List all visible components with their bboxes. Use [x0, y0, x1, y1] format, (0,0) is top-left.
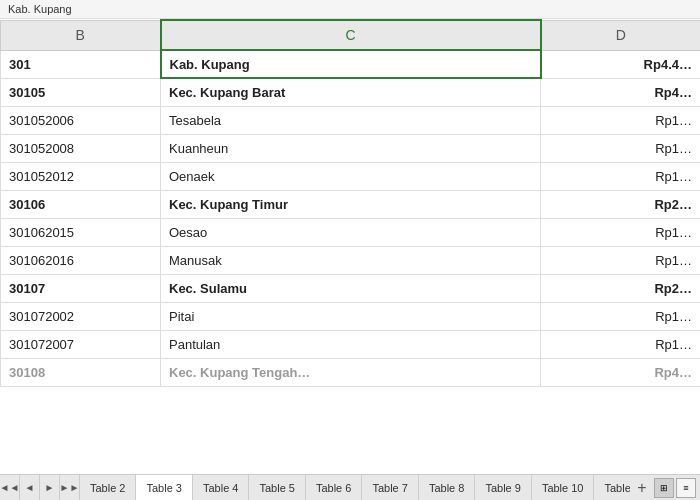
- cell-d-6[interactable]: Rp1…: [541, 218, 701, 246]
- tab-tab6[interactable]: Table 6: [306, 475, 362, 500]
- col-header-b[interactable]: B: [1, 20, 161, 50]
- col-header-c[interactable]: C: [161, 20, 541, 50]
- cell-b-6[interactable]: 301062015: [1, 218, 161, 246]
- table-row: 301Kab. KupangRp4.4…: [1, 50, 701, 78]
- table-row: 301052008KuanheunRp1…: [1, 134, 701, 162]
- cell-d-2[interactable]: Rp1…: [541, 106, 701, 134]
- cell-b-10[interactable]: 301072007: [1, 330, 161, 358]
- cell-c-10[interactable]: Pantulan: [161, 330, 541, 358]
- cell-c-3[interactable]: Kuanheun: [161, 134, 541, 162]
- cell-d-5[interactable]: Rp2…: [541, 190, 701, 218]
- tab-tab9[interactable]: Table 9: [475, 475, 531, 500]
- tab-nav-first[interactable]: ◄◄: [0, 475, 20, 501]
- table-row: 301052012OenaekRp1…: [1, 162, 701, 190]
- cell-b-7[interactable]: 301062016: [1, 246, 161, 274]
- cell-c-4[interactable]: Oenaek: [161, 162, 541, 190]
- table-row: 301072002PitaiRp1…: [1, 302, 701, 330]
- table-row: 30105Kec. Kupang BaratRp4…: [1, 78, 701, 106]
- cell-d-8[interactable]: Rp2…: [541, 274, 701, 302]
- table-row: 30106Kec. Kupang TimurRp2…: [1, 190, 701, 218]
- tab-tab2[interactable]: Table 2: [80, 475, 136, 500]
- tab-tab8[interactable]: Table 8: [419, 475, 475, 500]
- table-row: 301062016ManusakRp1…: [1, 246, 701, 274]
- cell-c-8[interactable]: Kec. Sulamu: [161, 274, 541, 302]
- cell-d-4[interactable]: Rp1…: [541, 162, 701, 190]
- cell-b-2[interactable]: 301052006: [1, 106, 161, 134]
- table-row: 30107Kec. SulamuRp2…: [1, 274, 701, 302]
- tab-tab10[interactable]: Table 10: [532, 475, 595, 500]
- tab-bar: ◄◄ ◄ ► ►► Table 2Table 3Table 4Table 5Ta…: [0, 474, 700, 500]
- cell-b-5[interactable]: 30106: [1, 190, 161, 218]
- cell-d-0[interactable]: Rp4.4…: [541, 50, 701, 78]
- cell-c-1[interactable]: Kec. Kupang Barat: [161, 78, 541, 106]
- cell-d-1[interactable]: Rp4…: [541, 78, 701, 106]
- cell-c-9[interactable]: Pitai: [161, 302, 541, 330]
- view-buttons: ⊞ ≡: [654, 478, 696, 498]
- tab-tab3[interactable]: Table 3: [136, 475, 192, 500]
- spreadsheet-table: B C D 301Kab. KupangRp4.4…30105Kec. Kupa…: [0, 19, 700, 387]
- cell-c-7[interactable]: Manusak: [161, 246, 541, 274]
- cell-d-11[interactable]: Rp4…: [541, 358, 701, 386]
- cell-b-8[interactable]: 30107: [1, 274, 161, 302]
- cell-b-9[interactable]: 301072002: [1, 302, 161, 330]
- tab-tab4[interactable]: Table 4: [193, 475, 249, 500]
- cell-c-0[interactable]: Kab. Kupang: [161, 50, 541, 78]
- tab-list: Table 2Table 3Table 4Table 5Table 6Table…: [80, 475, 630, 500]
- cell-d-9[interactable]: Rp1…: [541, 302, 701, 330]
- cell-c-5[interactable]: Kec. Kupang Timur: [161, 190, 541, 218]
- cell-d-10[interactable]: Rp1…: [541, 330, 701, 358]
- table-row: 301072007PantulanRp1…: [1, 330, 701, 358]
- spreadsheet-container: B C D 301Kab. KupangRp4.4…30105Kec. Kupa…: [0, 19, 700, 474]
- tab-nav-last[interactable]: ►►: [60, 475, 80, 501]
- cell-b-3[interactable]: 301052008: [1, 134, 161, 162]
- tab-nav-right[interactable]: ►: [40, 475, 60, 501]
- title-text: Kab. Kupang: [8, 3, 72, 15]
- list-view-button[interactable]: ≡: [676, 478, 696, 498]
- table-row: 30108Kec. Kupang Tengah…Rp4…: [1, 358, 701, 386]
- cell-c-11[interactable]: Kec. Kupang Tengah…: [161, 358, 541, 386]
- cell-d-3[interactable]: Rp1…: [541, 134, 701, 162]
- cell-c-6[interactable]: Oesao: [161, 218, 541, 246]
- table-row: 301052006TesabelaRp1…: [1, 106, 701, 134]
- cell-c-2[interactable]: Tesabela: [161, 106, 541, 134]
- tab-tab11[interactable]: Table 11: [594, 475, 630, 500]
- column-header-row: B C D: [1, 20, 701, 50]
- tab-nav-left[interactable]: ◄: [20, 475, 40, 501]
- tab-tab7[interactable]: Table 7: [362, 475, 418, 500]
- tab-tab5[interactable]: Table 5: [249, 475, 305, 500]
- cell-d-7[interactable]: Rp1…: [541, 246, 701, 274]
- cell-b-0[interactable]: 301: [1, 50, 161, 78]
- table-row: 301062015OesaoRp1…: [1, 218, 701, 246]
- cell-b-4[interactable]: 301052012: [1, 162, 161, 190]
- cell-b-1[interactable]: 30105: [1, 78, 161, 106]
- table-wrapper: B C D 301Kab. KupangRp4.4…30105Kec. Kupa…: [0, 19, 700, 474]
- title-bar: Kab. Kupang: [0, 0, 700, 19]
- cell-b-11[interactable]: 30108: [1, 358, 161, 386]
- grid-view-button[interactable]: ⊞: [654, 478, 674, 498]
- add-tab-button[interactable]: +: [630, 475, 654, 501]
- col-header-d[interactable]: D: [541, 20, 701, 50]
